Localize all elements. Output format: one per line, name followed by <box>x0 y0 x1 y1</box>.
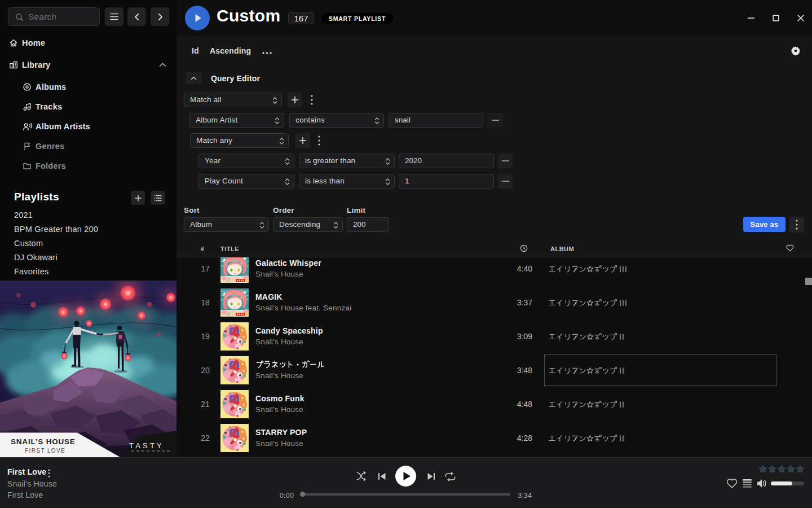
svg-text:FIRST LOVE: FIRST LOVE <box>25 448 65 454</box>
svg-text:TASTY: TASTY <box>129 441 164 450</box>
svg-text:SNAIL’S HOUSE: SNAIL’S HOUSE <box>11 437 76 446</box>
